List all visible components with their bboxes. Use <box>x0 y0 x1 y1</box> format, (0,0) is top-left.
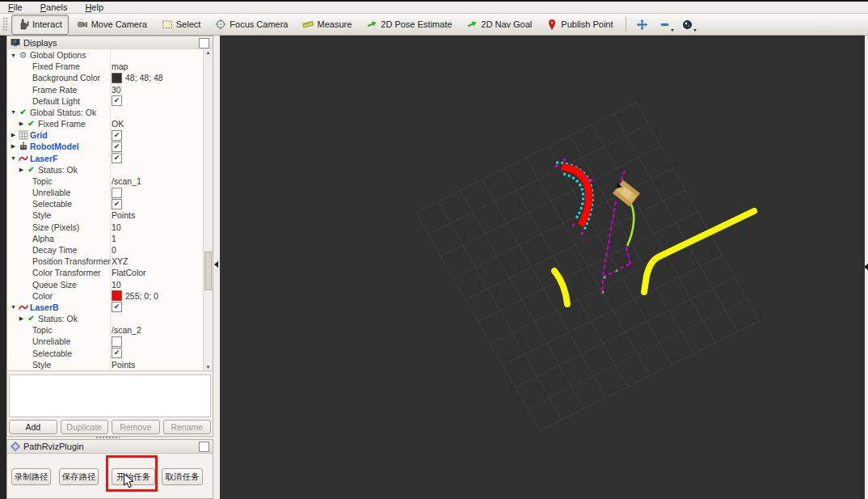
path-button-4[interactable]: 取消任务 <box>162 468 203 485</box>
tree-row-fixed-frame[interactable]: ▶✔Fixed FrameOK <box>7 118 213 129</box>
tool-publish-point[interactable]: Publish Point <box>540 15 619 35</box>
expander-closed-icon[interactable]: ▶ <box>17 315 26 322</box>
color-swatch[interactable] <box>112 73 122 83</box>
panel-splitter-left[interactable] <box>213 36 220 499</box>
checkbox[interactable]: ✔ <box>112 95 122 106</box>
row-value[interactable]: 1 <box>112 234 116 243</box>
menu-panels[interactable]: Panels <box>37 2 71 12</box>
displays-panel-header[interactable]: Displays <box>7 36 213 50</box>
path-button-2[interactable]: 保存路径 <box>59 468 99 485</box>
row-value[interactable] <box>112 188 122 198</box>
color-swatch[interactable] <box>112 290 122 301</box>
path-float-button[interactable] <box>199 442 209 452</box>
row-value[interactable]: /scan_2 <box>112 325 141 335</box>
tree-row-grid[interactable]: ▶Grid✔ <box>7 129 213 141</box>
tree-row-global-options[interactable]: ▼⚙Global Options <box>7 49 213 61</box>
tree-row-robotmodel[interactable]: ▶RobotModel✔ <box>7 141 213 152</box>
tool-2d-nav-goal[interactable]: 2D Nav Goal <box>460 15 538 35</box>
path-button-1[interactable]: 录制路径 <box>11 468 51 485</box>
expander-open-icon[interactable]: ▼ <box>9 109 18 115</box>
tree-row-color-transformer[interactable]: Color TransformerFlatColor <box>7 267 213 278</box>
row-value[interactable]: 30 <box>112 85 121 95</box>
row-value[interactable]: map <box>112 61 128 71</box>
scroll-up-icon[interactable]: ▲ <box>204 50 213 55</box>
checkbox[interactable]: ✔ <box>112 153 122 163</box>
checkbox[interactable]: ✔ <box>112 130 122 141</box>
checkbox[interactable]: ✔ <box>112 348 122 358</box>
tool-interact[interactable]: Interact <box>11 15 69 35</box>
row-value[interactable]: ✔ <box>112 130 122 141</box>
tree-row-color[interactable]: Color255; 0; 0 <box>7 290 213 302</box>
checkbox[interactable] <box>112 188 122 198</box>
tree-row-laserb[interactable]: ▼LaserB✔ <box>7 302 213 313</box>
row-value[interactable]: ✔ <box>112 95 122 106</box>
tree-scrollbar[interactable]: ▲ ▼ <box>203 49 213 370</box>
row-value[interactable]: Points <box>112 210 135 220</box>
tree-row-unreliable[interactable]: Unreliable <box>7 187 213 198</box>
tool-select[interactable]: Select <box>155 15 208 35</box>
tool-measure[interactable]: Measure <box>296 15 358 35</box>
expander-closed-icon[interactable]: ▶ <box>9 132 18 138</box>
tree-row-status-ok[interactable]: ▶✔Status: Ok <box>7 313 213 324</box>
checkbox[interactable] <box>112 336 122 347</box>
tree-row-selectable[interactable]: Selectable✔ <box>7 198 213 209</box>
tree-row-laserf[interactable]: ▼LaserF✔ <box>7 153 213 164</box>
checkbox[interactable]: ✔ <box>112 199 122 209</box>
tree-row-style[interactable]: StylePoints <box>7 359 213 370</box>
panel-splitter-right[interactable] <box>865 36 868 499</box>
tree-row-default-light[interactable]: Default Light✔ <box>7 95 213 107</box>
expander-open-icon[interactable]: ▼ <box>9 53 18 58</box>
row-value[interactable]: FlatColor <box>112 268 146 277</box>
scroll-down-icon[interactable]: ▼ <box>204 365 213 370</box>
row-value[interactable]: XYZ <box>112 256 128 266</box>
menu-file[interactable]: File <box>5 2 26 12</box>
tree-row-fixed-frame[interactable]: Fixed Framemap <box>7 61 213 72</box>
tree-row-unreliable[interactable]: Unreliable <box>7 336 213 347</box>
displays-float-button[interactable] <box>199 38 209 49</box>
expander-open-icon[interactable]: ▼ <box>9 304 18 310</box>
menu-help[interactable]: Help <box>82 2 107 12</box>
tree-row-status-ok[interactable]: ▶✔Status: Ok <box>7 164 213 175</box>
scrollbar-thumb[interactable] <box>204 252 212 290</box>
expander-open-icon[interactable]: ▼ <box>9 155 18 161</box>
row-value[interactable]: 10 <box>112 280 121 290</box>
row-value[interactable]: 0 <box>112 245 116 255</box>
tree-row-position-transformer[interactable]: Position TransformerXYZ <box>7 256 213 267</box>
collapse-left-arrow-icon[interactable] <box>214 261 218 268</box>
row-value[interactable]: 48; 48; 48 <box>112 73 163 83</box>
tree-row-selectable[interactable]: Selectable✔ <box>7 347 213 358</box>
expander-closed-icon[interactable]: ▶ <box>17 121 26 127</box>
row-value[interactable]: ✔ <box>112 302 122 312</box>
render-viewport[interactable] <box>220 36 865 499</box>
pan-cross-button[interactable] <box>633 16 652 32</box>
checkbox[interactable]: ✔ <box>112 142 122 152</box>
tree-row-frame-rate[interactable]: Frame Rate30 <box>7 84 213 95</box>
panel-resize-handle[interactable] <box>95 436 120 439</box>
tool-focus-camera[interactable]: Focus Camera <box>209 15 294 35</box>
tree-row-global-status-ok[interactable]: ▼✔Global Status: Ok <box>7 107 213 118</box>
tree-row-topic[interactable]: Topic/scan_1 <box>7 175 213 187</box>
path-button-3[interactable]: 开始任务 <box>112 468 155 485</box>
toolbar-drag-handle[interactable] <box>2 17 8 32</box>
row-value[interactable]: OK <box>112 119 124 129</box>
tool-2d-pose-estimate[interactable]: 2D Pose Estimate <box>360 15 458 35</box>
path-panel-header[interactable]: PathRvizPlugin <box>7 440 213 454</box>
row-value[interactable]: ✔ <box>112 142 122 152</box>
tree-row-topic[interactable]: Topic/scan_2 <box>7 324 213 336</box>
tree-row-style[interactable]: StylePoints <box>7 209 213 221</box>
tree-row-background-color[interactable]: Background Color48; 48; 48 <box>7 72 213 83</box>
tree-row-queue-size[interactable]: Queue Size10 <box>7 278 213 290</box>
expander-closed-icon[interactable]: ▶ <box>9 143 18 150</box>
row-value[interactable] <box>112 336 122 347</box>
add-button[interactable]: Add <box>9 420 57 434</box>
tree-row-size-pixels-[interactable]: Size (Pixels)10 <box>7 222 213 233</box>
row-value[interactable]: Points <box>112 360 135 370</box>
row-value[interactable]: 255; 0; 0 <box>112 290 158 301</box>
tool-move-camera[interactable]: Move Camera <box>70 15 154 35</box>
checkbox[interactable]: ✔ <box>112 302 122 312</box>
tree-row-alpha[interactable]: Alpha1 <box>7 233 213 244</box>
expander-closed-icon[interactable]: ▶ <box>17 167 26 173</box>
row-value[interactable]: /scan_1 <box>112 176 141 186</box>
row-value[interactable]: ✔ <box>112 153 122 163</box>
remove-button[interactable] <box>655 16 675 32</box>
